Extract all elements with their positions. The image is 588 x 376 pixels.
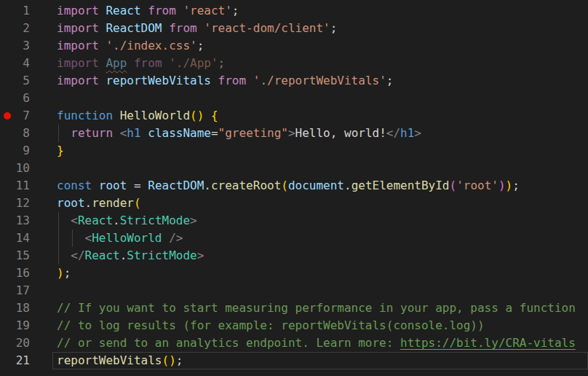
breakpoint-gutter[interactable]: 16 — [0, 265, 57, 282]
code-token — [99, 39, 106, 52]
code-line[interactable]: 15 </React.StrictMode> — [0, 247, 588, 265]
code-token: Hello, world! — [295, 126, 386, 140]
code-token: ) — [197, 109, 204, 122]
code-line[interactable]: 2import ReactDOM from 'react-dom/client'… — [0, 20, 588, 37]
breakpoint-gutter[interactable]: 8 — [0, 125, 57, 142]
code-line[interactable]: 21reportWebVitals(); — [0, 352, 588, 369]
breakpoint-gutter[interactable]: 12 — [0, 195, 57, 212]
code-token — [127, 56, 134, 70]
code-text: <React.StrictMode> — [57, 212, 588, 230]
code-line[interactable]: 12root.render( — [0, 195, 588, 212]
code-line[interactable]: 20// or send to an analytics endpoint. L… — [0, 334, 588, 352]
code-text — [57, 282, 588, 299]
code-token — [197, 21, 204, 35]
code-token: 'react-dom/client' — [204, 21, 330, 35]
breakpoint-gutter[interactable]: 15 — [0, 247, 57, 265]
code-token: React — [106, 4, 140, 17]
code-line[interactable]: 5import reportWebVitals from './reportWe… — [0, 72, 588, 90]
breakpoint-gutter[interactable]: 14 — [0, 230, 57, 247]
code-token: HelloWorld — [120, 109, 190, 122]
breakpoint-gutter[interactable]: 10 — [0, 160, 57, 177]
code-token: = — [211, 126, 218, 140]
code-text: // or send to an analytics endpoint. Lea… — [57, 334, 588, 352]
line-number: 6 — [0, 90, 30, 107]
breakpoint-gutter[interactable]: 21 — [0, 352, 57, 369]
breakpoint-gutter[interactable]: 19 — [0, 317, 57, 334]
line-number: 18 — [0, 299, 30, 317]
line-number: 9 — [0, 142, 30, 160]
breakpoint-gutter[interactable]: 13 — [0, 212, 57, 230]
breakpoint-gutter[interactable]: 17 — [0, 282, 57, 299]
code-line[interactable]: 14 <HelloWorld /> — [0, 230, 588, 247]
breakpoint-gutter[interactable]: 20 — [0, 334, 57, 352]
code-token — [57, 248, 71, 262]
code-token: . — [204, 179, 211, 192]
code-token: ; — [232, 4, 239, 17]
code-line[interactable]: 6 — [0, 90, 588, 107]
code-token: = — [127, 179, 148, 192]
code-line[interactable]: 10 — [0, 160, 588, 177]
code-line[interactable]: 18// If you want to start measuring perf… — [0, 299, 588, 317]
breakpoint-gutter[interactable]: 3 — [0, 37, 57, 55]
code-token: from — [134, 56, 162, 70]
code-token — [211, 74, 218, 87]
breakpoint-gutter[interactable]: 6 — [0, 90, 57, 107]
code-token — [176, 4, 183, 17]
code-line[interactable]: 3import './index.css'; — [0, 37, 588, 55]
code-token: ReactDOM — [148, 179, 204, 192]
code-line[interactable]: 13 <React.StrictMode> — [0, 212, 588, 230]
breakpoint-gutter[interactable]: 9 — [0, 142, 57, 160]
code-token: < — [120, 126, 127, 140]
breakpoint-gutter[interactable]: 4 — [0, 55, 57, 72]
code-line[interactable]: 9} — [0, 142, 588, 160]
token-group: <HelloWorld /> — [57, 231, 183, 245]
code-line[interactable]: 17 — [0, 282, 588, 299]
code-token: StrictMode — [120, 214, 190, 227]
code-token — [141, 4, 148, 17]
code-text — [57, 160, 588, 177]
warning-squiggle: App — [106, 56, 127, 70]
code-token: className — [148, 126, 211, 140]
breakpoint-gutter[interactable]: 5 — [0, 72, 57, 90]
comment-link[interactable]: https://bit.ly/CRA-vitals — [400, 336, 576, 350]
code-area: 1import React from 'react';2import React… — [0, 2, 588, 369]
breakpoint-gutter[interactable]: 18 — [0, 299, 57, 317]
code-line[interactable]: 16); — [0, 265, 588, 282]
code-token — [113, 126, 120, 140]
breakpoint-gutter[interactable]: 7 — [0, 107, 57, 125]
line-number: 3 — [0, 37, 30, 55]
code-token: ( — [134, 196, 141, 210]
line-number: 1 — [0, 2, 30, 20]
code-token: reportWebVitals — [106, 74, 211, 87]
code-token: ( — [449, 179, 456, 192]
breakpoint-gutter[interactable]: 2 — [0, 20, 57, 37]
code-line[interactable]: 1import React from 'react'; — [0, 2, 588, 20]
code-text: import './index.css'; — [57, 37, 588, 55]
line-number: 15 — [0, 247, 30, 265]
code-line[interactable]: 11const root = ReactDOM.createRoot(docum… — [0, 177, 588, 195]
token-group: import './index.css'; — [57, 39, 204, 52]
code-text: <HelloWorld /> — [57, 230, 588, 247]
code-line[interactable]: 4import App from './App'; — [0, 55, 588, 72]
code-token — [141, 126, 148, 140]
code-text: return <h1 className="greeting">Hello, w… — [57, 125, 588, 142]
breakpoint-gutter[interactable]: 11 — [0, 177, 57, 195]
code-token: ( — [281, 179, 288, 192]
code-token: // or send to an analytics endpoint. Lea… — [57, 336, 400, 350]
code-token — [246, 74, 253, 87]
token-group: // If you want to start measuring perfor… — [57, 301, 576, 315]
breakpoint-dot[interactable] — [4, 112, 11, 120]
code-line[interactable]: 7function HelloWorld() { — [0, 107, 588, 125]
line-number: 16 — [0, 265, 30, 282]
code-line[interactable]: 8 return <h1 className="greeting">Hello,… — [0, 125, 588, 142]
code-text: ); — [57, 265, 588, 282]
code-text — [57, 90, 588, 107]
code-token: ; — [176, 353, 183, 367]
line-number: 14 — [0, 230, 30, 247]
token-group: import reportWebVitals from './reportWeb… — [57, 74, 393, 87]
code-editor[interactable]: 1import React from 'react';2import React… — [0, 0, 588, 376]
code-line[interactable]: 19// to log results (for example: report… — [0, 317, 588, 334]
code-token: import — [57, 4, 99, 17]
breakpoint-gutter[interactable]: 1 — [0, 2, 57, 20]
line-number: 10 — [0, 160, 30, 177]
